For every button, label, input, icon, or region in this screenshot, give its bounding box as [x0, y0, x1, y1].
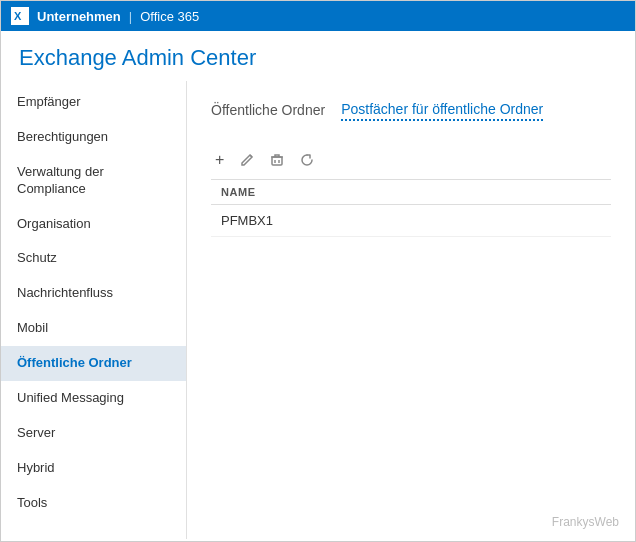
content-area: Öffentliche Ordner Postfächer für öffent… — [187, 81, 635, 539]
tab-nav: Öffentliche Ordner Postfächer für öffent… — [211, 101, 611, 121]
svg-text:X: X — [14, 10, 22, 22]
sidebar-item-verwaltung[interactable]: Verwaltung der Compliance — [1, 155, 186, 207]
sidebar-item-empfanger[interactable]: Empfänger — [1, 85, 186, 120]
sidebar-item-tools[interactable]: Tools — [1, 486, 186, 521]
sidebar-item-berechtigungen[interactable]: Berechtigungen — [1, 120, 186, 155]
sidebar-item-hybrid[interactable]: Hybrid — [1, 451, 186, 486]
tab-postfacher[interactable]: Postfächer für öffentliche Ordner — [341, 101, 543, 121]
refresh-button[interactable] — [296, 151, 318, 169]
toolbar: + — [211, 141, 611, 180]
top-bar-separator: | — [129, 9, 132, 24]
main-layout: Empfänger Berechtigungen Verwaltung der … — [1, 81, 635, 539]
cell-name: PFMBX1 — [211, 205, 611, 237]
company-name: Unternehmen — [37, 9, 121, 24]
table-row[interactable]: PFMBX1 — [211, 205, 611, 237]
office365-label: Office 365 — [140, 9, 199, 24]
data-table: NAME PFMBX1 — [211, 180, 611, 237]
delete-button[interactable] — [266, 151, 288, 169]
sidebar-item-nachrichtenfluss[interactable]: Nachrichtenfluss — [1, 276, 186, 311]
column-header-name: NAME — [211, 180, 611, 205]
page-title: Exchange Admin Center — [19, 45, 617, 71]
sidebar: Empfänger Berechtigungen Verwaltung der … — [1, 81, 187, 539]
add-button[interactable]: + — [211, 149, 228, 171]
tab-offentliche-ordner[interactable]: Öffentliche Ordner — [211, 102, 325, 120]
sidebar-item-schutz[interactable]: Schutz — [1, 241, 186, 276]
watermark: FrankysWeb — [552, 515, 619, 529]
top-bar: X Unternehmen | Office 365 — [1, 1, 635, 31]
sidebar-item-mobil[interactable]: Mobil — [1, 311, 186, 346]
sidebar-item-offentliche[interactable]: Öffentliche Ordner — [1, 346, 186, 381]
svg-rect-2 — [272, 157, 282, 165]
edit-button[interactable] — [236, 151, 258, 169]
sidebar-item-organisation[interactable]: Organisation — [1, 207, 186, 242]
sidebar-item-server[interactable]: Server — [1, 416, 186, 451]
office-logo: X — [11, 7, 29, 25]
sidebar-item-unified[interactable]: Unified Messaging — [1, 381, 186, 416]
page-title-bar: Exchange Admin Center — [1, 31, 635, 81]
